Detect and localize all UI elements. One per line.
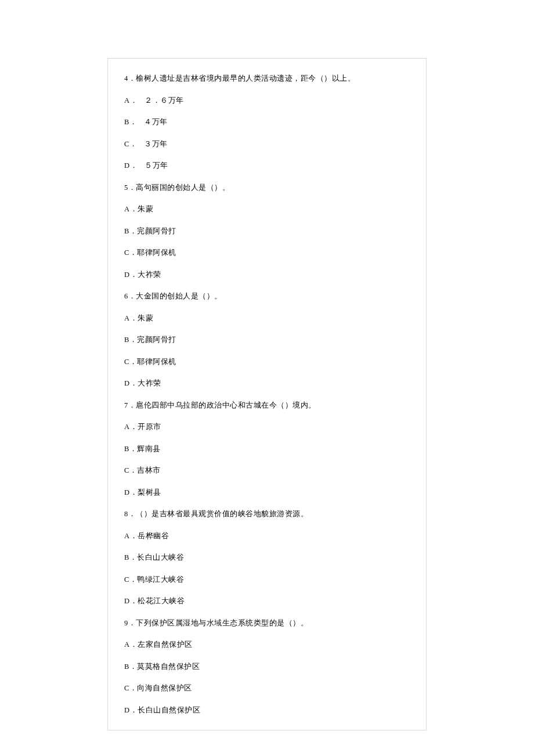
option-letter: A． xyxy=(124,96,138,105)
question-option: C．耶律阿保机 xyxy=(124,358,410,366)
option-letter: C． xyxy=(124,466,137,474)
question-stem: 5．高句丽国的创始人是（）。 xyxy=(124,184,410,192)
question-option: D．大祚荣 xyxy=(124,271,410,279)
option-text: 开原市 xyxy=(138,423,161,431)
question-text: 榆树人遗址是吉林省境内最早的人类活动遗迹，距今（）以上。 xyxy=(136,74,355,82)
option-letter: B． xyxy=(124,227,137,235)
option-letter: A． xyxy=(124,314,138,322)
option-letter: D． xyxy=(124,379,138,387)
option-letter: A． xyxy=(124,532,138,540)
option-text: 吉林市 xyxy=(137,466,161,474)
question-option: D．梨树县 xyxy=(124,489,410,496)
option-letter: A． xyxy=(124,640,138,649)
option-text: 长白山大峡谷 xyxy=(137,553,184,561)
option-text: ３万年 xyxy=(144,140,168,148)
question-stem: 8．（）是吉林省最具观赏价值的峡谷地貌旅游资源。 xyxy=(124,510,410,518)
option-letter: D． xyxy=(124,161,138,170)
question-option: C．向海自然保护区 xyxy=(124,685,410,692)
question-option: B．完颜阿骨打 xyxy=(124,228,410,235)
question-stem: 9．下列保护区属湿地与水域生态系统类型的是（）。 xyxy=(124,620,410,627)
option-letter: C． xyxy=(124,140,137,148)
option-letter: B． xyxy=(124,336,137,344)
option-text: 左家自然保护区 xyxy=(138,640,193,649)
question-number: 5． xyxy=(124,183,136,192)
question-text: 高句丽国的创始人是（）。 xyxy=(136,183,230,192)
question-option: D．５万年 xyxy=(124,162,410,170)
option-text: 大祚荣 xyxy=(138,271,161,279)
document-page: 4．榆树人遗址是吉林省境内最早的人类活动遗迹，距今（）以上。 A．２．６万年 B… xyxy=(0,0,534,756)
option-text: 耶律阿保机 xyxy=(137,249,176,257)
question-option: D．松花江大峡谷 xyxy=(124,597,410,605)
option-text: 大祚荣 xyxy=(138,379,161,387)
option-letter: C． xyxy=(124,358,137,366)
option-text: 耶律阿保机 xyxy=(137,358,176,366)
option-letter: C． xyxy=(124,684,137,692)
option-text: 完颜阿骨打 xyxy=(137,336,176,344)
option-text: 长白山自然保护区 xyxy=(138,706,200,714)
option-letter: B． xyxy=(124,118,137,126)
question-stem: 6．大金国的创始人是（）。 xyxy=(124,293,410,300)
option-letter: C． xyxy=(124,575,137,584)
question-option: A．朱蒙 xyxy=(124,315,410,322)
option-text: 朱蒙 xyxy=(138,314,153,322)
question-number: 4． xyxy=(124,74,136,82)
question-option: A．２．６万年 xyxy=(124,97,410,105)
option-text: 向海自然保护区 xyxy=(137,684,192,692)
question-stem: 7．扈伦四部中乌拉部的政治中心和古城在今（）境内。 xyxy=(124,402,410,409)
question-text: （）是吉林省最具观赏价值的峡谷地貌旅游资源。 xyxy=(136,510,308,518)
option-text: 朱蒙 xyxy=(138,205,153,213)
option-text: 梨树县 xyxy=(138,488,161,496)
option-letter: A． xyxy=(124,423,138,431)
question-text: 下列保护区属湿地与水域生态系统类型的是（）。 xyxy=(136,619,308,627)
option-text: 岳桦幽谷 xyxy=(138,532,169,540)
option-letter: C． xyxy=(124,249,137,257)
question-number: 9． xyxy=(124,619,136,627)
question-number: 6． xyxy=(124,292,136,300)
question-text: 大金国的创始人是（）。 xyxy=(136,292,222,300)
question-option: A．岳桦幽谷 xyxy=(124,532,410,540)
option-letter: D． xyxy=(124,597,138,605)
question-number: 8． xyxy=(124,510,136,518)
option-letter: D． xyxy=(124,488,138,496)
option-letter: B． xyxy=(124,553,137,561)
question-option: C．吉林市 xyxy=(124,467,410,474)
option-letter: B． xyxy=(124,445,137,453)
option-letter: B． xyxy=(124,663,137,671)
question-option: B．完颜阿骨打 xyxy=(124,336,410,344)
question-option: A．开原市 xyxy=(124,423,410,431)
option-text: ２．６万年 xyxy=(145,96,184,105)
question-option: A．左家自然保护区 xyxy=(124,641,410,649)
question-option: D．长白山自然保护区 xyxy=(124,707,410,714)
option-letter: D． xyxy=(124,706,138,714)
option-text: 完颜阿骨打 xyxy=(137,227,176,235)
content-frame: 4．榆树人遗址是吉林省境内最早的人类活动遗迹，距今（）以上。 A．２．６万年 B… xyxy=(107,58,427,730)
option-text: 鸭绿江大峡谷 xyxy=(137,575,184,584)
question-option: D．大祚荣 xyxy=(124,380,410,387)
question-option: C．３万年 xyxy=(124,141,410,148)
question-option: B．长白山大峡谷 xyxy=(124,554,410,561)
option-letter: A． xyxy=(124,205,138,213)
question-option: C．鸭绿江大峡谷 xyxy=(124,576,410,584)
option-text: ５万年 xyxy=(145,161,168,170)
question-option: B．辉南县 xyxy=(124,445,410,453)
question-text: 扈伦四部中乌拉部的政治中心和古城在今（）境内。 xyxy=(136,401,316,409)
question-option: C．耶律阿保机 xyxy=(124,249,410,257)
option-text: ４万年 xyxy=(144,118,168,126)
question-option: B．莫莫格自然保护区 xyxy=(124,663,410,671)
question-option: B．４万年 xyxy=(124,118,410,126)
question-number: 7． xyxy=(124,401,136,409)
option-text: 辉南县 xyxy=(137,445,161,453)
option-letter: D． xyxy=(124,271,138,279)
option-text: 莫莫格自然保护区 xyxy=(137,663,200,671)
question-stem: 4．榆树人遗址是吉林省境内最早的人类活动遗迹，距今（）以上。 xyxy=(124,75,410,82)
option-text: 松花江大峡谷 xyxy=(138,597,185,605)
question-option: A．朱蒙 xyxy=(124,206,410,213)
